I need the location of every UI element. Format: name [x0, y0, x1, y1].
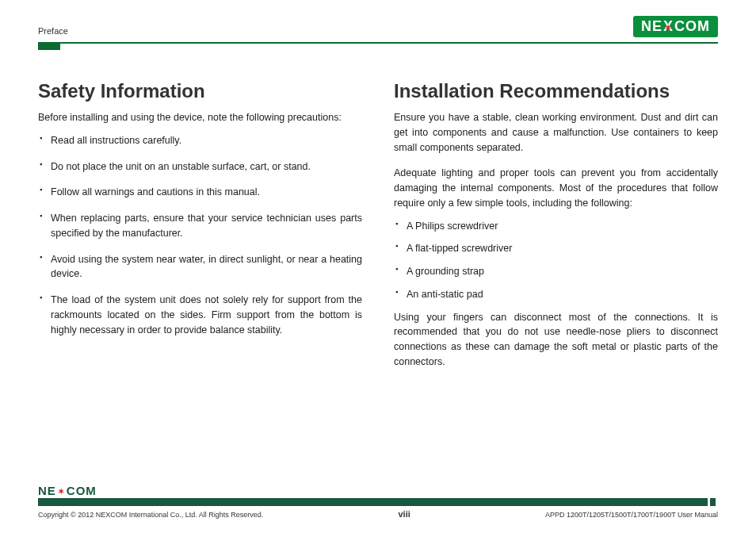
content-area: Safety Information Before installing and… [38, 80, 718, 370]
list-item: An anti-static pad [394, 287, 718, 302]
footer-logo-text: NEXCOM [38, 484, 97, 497]
list-item: A grounding strap [394, 264, 718, 279]
page-footer: NEXCOM Copyright © 2012 NEXCOM Internati… [38, 498, 718, 519]
brand-text-x: X [663, 18, 674, 35]
footer-bar [38, 498, 718, 506]
install-p3: Using your fingers can disconnect most o… [394, 310, 718, 370]
list-item: A Philips screwdriver [394, 219, 718, 234]
brand-text-left: NE [38, 484, 56, 497]
header-rule-tab [38, 42, 60, 50]
list-item: When replacing parts, ensure that your s… [38, 211, 362, 241]
page-header: Preface NEXCOM [38, 16, 718, 40]
document-id: APPD 1200T/1205T/1500T/1700T/1900T User … [545, 511, 718, 519]
footer-row: Copyright © 2012 NEXCOM International Co… [38, 509, 718, 519]
list-item: Avoid using the system near water, in di… [38, 252, 362, 282]
brand-logo-box: NEXCOM [633, 16, 718, 37]
brand-text-right: COM [674, 18, 710, 35]
page-number: viii [399, 509, 410, 519]
header-section-label: Preface [38, 26, 68, 37]
list-item: Do not place the unit on an unstable sur… [38, 159, 362, 174]
header-rule-line [38, 42, 718, 44]
list-item: Follow all warnings and cautions in this… [38, 185, 362, 200]
brand-text-x: X [57, 484, 66, 497]
right-column: Installation Recommendations Ensure you … [394, 80, 718, 370]
header-rule [38, 42, 718, 44]
list-item: A flat-tipped screwdriver [394, 241, 718, 256]
left-column: Safety Information Before installing and… [38, 80, 362, 370]
install-p1: Ensure you have a stable, clean working … [394, 110, 718, 155]
tools-list: A Philips screwdriver A flat-tipped scre… [394, 219, 718, 302]
safety-heading: Safety Information [38, 80, 362, 102]
safety-intro: Before installing and using the device, … [38, 110, 362, 125]
install-heading: Installation Recommendations [394, 80, 718, 102]
list-item: The load of the system unit does not sol… [38, 293, 362, 337]
brand-text-left: NE [641, 18, 662, 35]
brand-text-right: COM [67, 484, 97, 497]
safety-list: Read all instructions carefully. Do not … [38, 133, 362, 338]
footer-logo: NEXCOM [38, 484, 97, 497]
list-item: Read all instructions carefully. [38, 133, 362, 148]
copyright-text: Copyright © 2012 NEXCOM International Co… [38, 511, 263, 519]
install-p2: Adequate lighting and proper tools can p… [394, 166, 718, 210]
brand-logo: NEXCOM [633, 16, 718, 37]
